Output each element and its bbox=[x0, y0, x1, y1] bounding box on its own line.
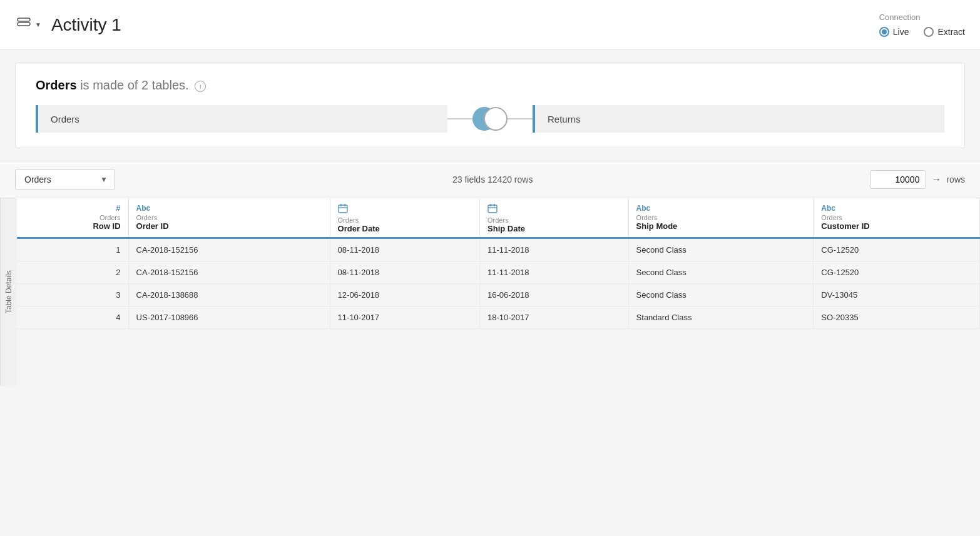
rows-input[interactable] bbox=[870, 170, 926, 189]
col-source-order-date: Orders bbox=[338, 216, 472, 224]
cell-order-date: 12-06-2018 bbox=[330, 284, 479, 306]
db-icon-button[interactable]: ▼ bbox=[15, 14, 41, 36]
join-section: Orders is made of 2 tables. i Orders Ret… bbox=[15, 63, 965, 148]
fields-rows-info: 23 fields 12420 rows bbox=[125, 174, 860, 185]
col-name-ship-mode: Ship Mode bbox=[636, 221, 678, 231]
database-icon bbox=[15, 14, 33, 36]
cal-type-icon-1 bbox=[338, 203, 348, 215]
cell-order-date: 11-10-2017 bbox=[330, 306, 479, 329]
col-header-row-id: # Orders Row ID bbox=[17, 198, 128, 238]
table-select[interactable]: Orders Returns bbox=[15, 169, 115, 190]
join-connector bbox=[447, 105, 533, 133]
svg-rect-0 bbox=[18, 18, 30, 21]
rows-arrow-icon[interactable]: → bbox=[931, 174, 941, 185]
right-table-pill[interactable]: Returns bbox=[533, 105, 944, 133]
cell-order-id: CA-2018-138688 bbox=[128, 284, 330, 306]
table-container: Table Details # Orders Row ID Abc Orders… bbox=[0, 198, 980, 386]
join-description: is made of 2 tables. bbox=[80, 78, 188, 92]
connection-label: Connection bbox=[879, 13, 921, 22]
abc-type-icon-3: Abc bbox=[821, 204, 835, 213]
header-left: ▼ Activity 1 bbox=[15, 14, 121, 36]
cell-order-date: 08-11-2018 bbox=[330, 238, 479, 261]
table-row: 2 CA-2018-152156 08-11-2018 11-11-2018 S… bbox=[17, 261, 980, 284]
rows-control: → rows bbox=[870, 170, 965, 189]
live-radio-circle bbox=[879, 27, 889, 37]
db-dropdown-arrow: ▼ bbox=[35, 21, 41, 28]
col-name-ship-date: Ship Date bbox=[487, 224, 525, 233]
cell-ship-date: 11-11-2018 bbox=[480, 261, 629, 284]
col-source-ship-date: Orders bbox=[487, 216, 621, 224]
abc-type-icon-2: Abc bbox=[636, 204, 651, 213]
join-header: Orders is made of 2 tables. i bbox=[36, 78, 944, 93]
cell-order-id: US-2017-108966 bbox=[128, 306, 330, 329]
join-circle-right bbox=[484, 107, 508, 131]
table-row: 3 CA-2018-138688 12-06-2018 16-06-2018 S… bbox=[17, 284, 980, 306]
cell-order-id: CA-2018-152156 bbox=[128, 238, 330, 261]
extract-radio[interactable]: Extract bbox=[924, 27, 965, 37]
cell-ship-date: 16-06-2018 bbox=[480, 284, 629, 306]
abc-type-icon-1: Abc bbox=[136, 204, 151, 213]
col-header-order-date: Orders Order Date bbox=[330, 198, 479, 238]
cell-ship-mode: Second Class bbox=[628, 261, 814, 284]
col-source-ship-mode: Orders bbox=[636, 214, 806, 221]
col-name-order-id: Order ID bbox=[136, 221, 169, 231]
svg-rect-7 bbox=[488, 205, 497, 213]
live-radio-label: Live bbox=[893, 27, 909, 37]
cell-order-id: CA-2018-152156 bbox=[128, 261, 330, 284]
header: ▼ Activity 1 Connection Live Extract bbox=[0, 0, 980, 50]
connector-line-left bbox=[447, 118, 472, 119]
join-circles[interactable] bbox=[472, 105, 508, 133]
svg-rect-1 bbox=[18, 23, 30, 26]
live-radio-inner bbox=[882, 29, 887, 34]
page-title: Activity 1 bbox=[51, 15, 121, 35]
left-table-pill[interactable]: Orders bbox=[36, 105, 447, 133]
col-source-order-id: Orders bbox=[136, 214, 322, 221]
table-select-wrapper: Orders Returns ▼ bbox=[15, 169, 115, 190]
cell-customer-id: CG-12520 bbox=[814, 238, 980, 261]
table-header-row: # Orders Row ID Abc Orders Order ID bbox=[17, 198, 980, 238]
cell-row-id: 4 bbox=[17, 306, 128, 329]
data-table: # Orders Row ID Abc Orders Order ID bbox=[17, 198, 980, 329]
cell-row-id: 3 bbox=[17, 284, 128, 306]
extract-radio-circle bbox=[924, 27, 934, 37]
cell-order-date: 08-11-2018 bbox=[330, 261, 479, 284]
rows-label: rows bbox=[946, 174, 965, 185]
col-header-ship-date: Orders Ship Date bbox=[480, 198, 629, 238]
cell-customer-id: DV-13045 bbox=[814, 284, 980, 306]
cell-ship-date: 18-10-2017 bbox=[480, 306, 629, 329]
cell-ship-mode: Standard Class bbox=[628, 306, 814, 329]
col-source-customer-id: Orders bbox=[821, 214, 972, 221]
connection-options: Live Extract bbox=[879, 27, 965, 37]
cell-row-id: 2 bbox=[17, 261, 128, 284]
col-header-order-id: Abc Orders Order ID bbox=[128, 198, 330, 238]
cell-customer-id: SO-20335 bbox=[814, 306, 980, 329]
table-row: 4 US-2017-108966 11-10-2017 18-10-2017 S… bbox=[17, 306, 980, 329]
cell-customer-id: CG-12520 bbox=[814, 261, 980, 284]
hash-type-icon: # bbox=[116, 203, 120, 213]
connection-section: Connection Live Extract bbox=[879, 13, 965, 37]
cell-row-id: 1 bbox=[17, 238, 128, 261]
table-row: 1 CA-2018-152156 08-11-2018 11-11-2018 S… bbox=[17, 238, 980, 261]
cal-type-icon-2 bbox=[487, 203, 498, 215]
cell-ship-date: 11-11-2018 bbox=[480, 238, 629, 261]
join-diagram: Orders Returns bbox=[36, 105, 944, 133]
col-source-row-id: Orders bbox=[24, 214, 121, 221]
svg-rect-3 bbox=[339, 205, 347, 213]
col-header-ship-mode: Abc Orders Ship Mode bbox=[628, 198, 814, 238]
info-icon[interactable]: i bbox=[195, 81, 206, 92]
col-name-customer-id: Customer ID bbox=[821, 221, 869, 231]
connector-line-right bbox=[508, 118, 533, 119]
cell-ship-mode: Second Class bbox=[628, 238, 814, 261]
data-toolbar: Orders Returns ▼ 23 fields 12420 rows → … bbox=[0, 161, 980, 198]
extract-radio-label: Extract bbox=[937, 27, 965, 37]
data-table-wrapper: # Orders Row ID Abc Orders Order ID bbox=[17, 198, 980, 386]
join-table-name: Orders bbox=[36, 78, 77, 92]
col-header-customer-id: Abc Orders Customer ID bbox=[814, 198, 980, 238]
live-radio[interactable]: Live bbox=[879, 27, 909, 37]
col-name-order-date: Order Date bbox=[338, 224, 380, 233]
col-name-row-id: Row ID bbox=[93, 221, 120, 231]
cell-ship-mode: Second Class bbox=[628, 284, 814, 306]
table-details-sidebar[interactable]: Table Details bbox=[0, 198, 17, 386]
